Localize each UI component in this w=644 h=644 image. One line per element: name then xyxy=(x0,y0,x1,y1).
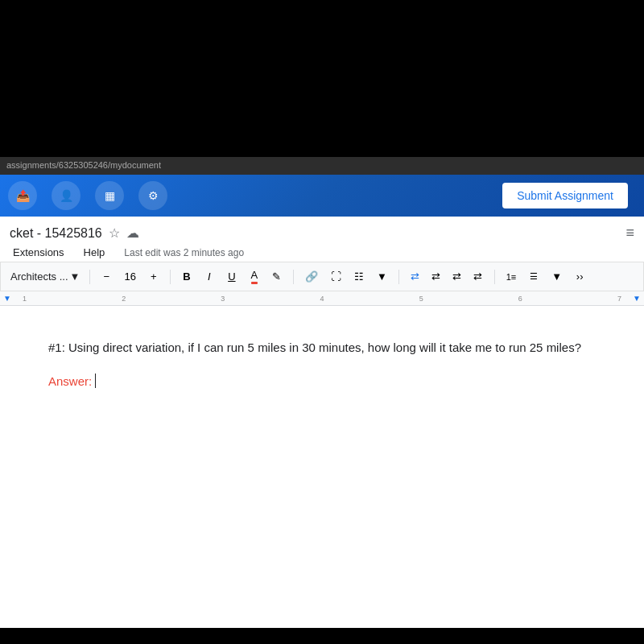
line-spacing-button[interactable]: 1≡ xyxy=(502,267,522,287)
ruler-content: 1 2 3 4 5 6 7 xyxy=(6,295,638,303)
submit-assignment-button[interactable]: Submit Assignment xyxy=(502,183,628,208)
ruler: ▼ 1 2 3 4 5 6 7 ▼ xyxy=(0,291,644,306)
document-body[interactable]: #1: Using direct variation, if I can run… xyxy=(0,306,644,628)
last-edit-status: Last edit was 2 minutes ago xyxy=(124,247,244,258)
star-icon[interactable]: ☆ xyxy=(109,225,120,241)
insert-table-dropdown[interactable]: ▼ xyxy=(372,267,392,287)
underline-button[interactable]: U xyxy=(222,267,242,287)
separator-3 xyxy=(293,270,294,284)
cloud-sync-icon: ☁ xyxy=(126,225,139,241)
font-size-increase-button[interactable]: + xyxy=(144,267,163,287)
settings-icon: ⚙ xyxy=(148,189,159,202)
align-icons-group: ⇄ ⇄ ⇄ ⇄ xyxy=(406,267,488,287)
doc-title-row: cket - 15425816 ☆ ☁ ≡ xyxy=(10,221,634,243)
separator-2 xyxy=(170,270,171,284)
ruler-mark-5: 5 xyxy=(419,295,423,303)
share-icon: 📤 xyxy=(16,189,30,202)
separator-1 xyxy=(89,270,90,284)
align-center-button[interactable]: ⇄ xyxy=(427,267,446,287)
blue-circle-icon-4[interactable]: ⚙ xyxy=(138,181,167,210)
ruler-mark-1: 1 xyxy=(23,295,27,303)
answer-line[interactable]: Answer: xyxy=(48,374,596,388)
ruler-mark-7: 7 xyxy=(617,295,621,303)
grid-icon: ▦ xyxy=(105,189,115,202)
align-left-button[interactable]: ⇄ xyxy=(406,267,425,287)
blue-circle-icon-2[interactable]: 👤 xyxy=(52,181,80,210)
align-justify-button[interactable]: ⇄ xyxy=(469,267,488,287)
separator-4 xyxy=(398,270,399,284)
font-family-chevron: ▼ xyxy=(70,270,80,283)
italic-button[interactable]: I xyxy=(200,267,219,287)
url-text: assignments/6325305246/mydocument xyxy=(6,160,161,170)
menu-icon[interactable]: ≡ xyxy=(625,225,634,242)
blue-circle-icon-3[interactable]: ▦ xyxy=(95,181,124,210)
insert-link-button[interactable]: 🔗 xyxy=(300,267,323,287)
blue-circle-icon-1[interactable]: 📤 xyxy=(8,181,37,210)
bold-button[interactable]: B xyxy=(177,267,196,287)
more-options-button[interactable]: ›› xyxy=(570,267,589,287)
ruler-mark-2: 2 xyxy=(122,295,126,303)
font-family-selector[interactable]: Architects ... ▼ xyxy=(7,269,83,284)
align-right-button[interactable]: ⇄ xyxy=(448,267,467,287)
menu-item-extensions[interactable]: Extensions xyxy=(10,245,68,260)
insert-image-button[interactable]: ⛶ xyxy=(326,267,346,287)
person-icon: 👤 xyxy=(60,189,73,202)
question-text: #1: Using direct variation, if I can run… xyxy=(48,338,596,357)
font-color-a-icon: A xyxy=(251,269,258,284)
font-size-value[interactable]: 16 xyxy=(119,267,140,287)
blue-toolbar-bar: 📤 👤 ▦ ⚙ Submit Assignment xyxy=(0,175,644,217)
ruler-mark-4: 4 xyxy=(320,295,324,303)
formatting-toolbar: Architects ... ▼ − 16 + B I U A ✎ 🔗 ⛶ ☷ … xyxy=(0,262,644,291)
font-color-button[interactable]: A xyxy=(245,267,264,287)
ruler-right-indent[interactable]: ▼ xyxy=(633,294,641,303)
url-bar: assignments/6325305246/mydocument xyxy=(0,157,644,175)
separator-5 xyxy=(494,270,495,284)
list-dropdown-button[interactable]: ▼ xyxy=(547,267,567,287)
insert-table-button[interactable]: ☷ xyxy=(349,267,369,287)
checklist-button[interactable]: ☰ xyxy=(524,267,543,287)
answer-label: Answer: xyxy=(48,374,92,388)
ruler-mark-6: 6 xyxy=(518,295,522,303)
ruler-mark-3: 3 xyxy=(221,295,225,303)
font-family-value: Architects ... xyxy=(10,270,68,283)
doc-title: cket - 15425816 xyxy=(10,226,102,241)
text-cursor xyxy=(95,374,96,388)
menu-item-help[interactable]: Help xyxy=(80,245,109,260)
top-black-area xyxy=(0,0,644,157)
menu-bar: Extensions Help Last edit was 2 minutes … xyxy=(10,243,634,262)
font-size-decrease-button[interactable]: − xyxy=(97,267,116,287)
blue-bar-icons: 📤 👤 ▦ ⚙ xyxy=(0,175,386,217)
ruler-left-indent[interactable]: ▼ xyxy=(3,294,11,303)
highlight-color-button[interactable]: ✎ xyxy=(267,267,287,287)
doc-header: cket - 15425816 ☆ ☁ ≡ Extensions Help La… xyxy=(0,217,644,262)
